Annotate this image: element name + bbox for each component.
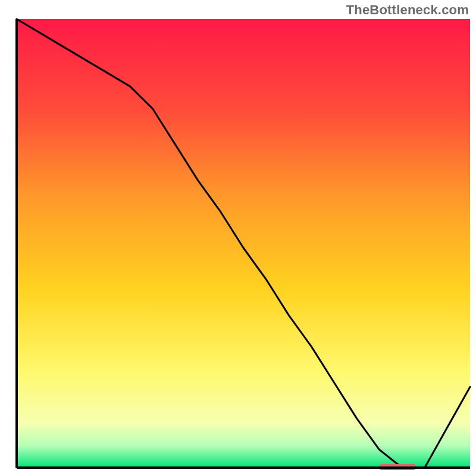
gradient-background: [17, 19, 470, 468]
watermark-text: TheBottleneck.com: [346, 2, 469, 18]
chart-container: TheBottleneck.com: [0, 0, 476, 476]
bottleneck-chart: [0, 0, 476, 476]
